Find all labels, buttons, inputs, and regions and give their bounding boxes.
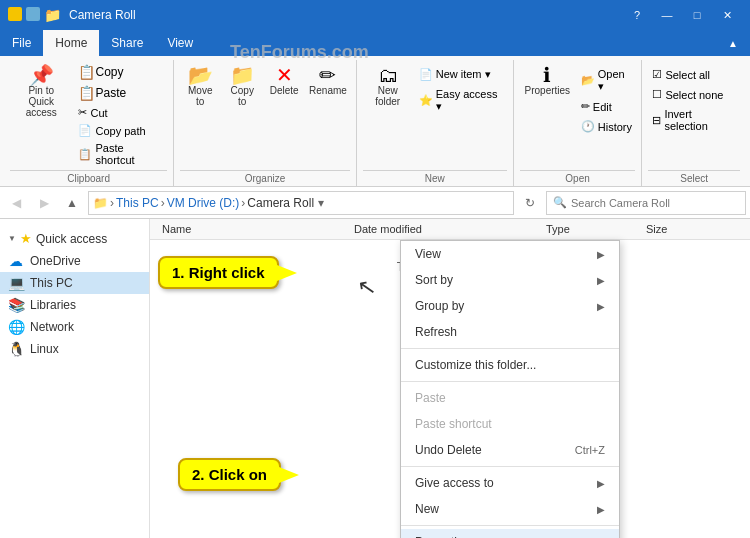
copy-to-button[interactable]: 📁 Copyto [222, 62, 262, 110]
tab-view[interactable]: View [155, 30, 205, 56]
paste-icon: 📋 [78, 85, 95, 101]
linux-label: Linux [30, 342, 59, 356]
collapse-ribbon-button[interactable]: ▲ [716, 30, 750, 56]
properties-icon: ℹ [543, 65, 551, 85]
cut-button[interactable]: ✂ Cut [74, 104, 167, 121]
col-header-date[interactable]: Date modified [350, 221, 542, 237]
select-all-icon: ☑ [652, 68, 662, 81]
clipboard-label: Clipboard [10, 170, 167, 184]
tab-share[interactable]: Share [99, 30, 155, 56]
open-group: ℹ Properties 📂 Open ▾ ✏ Edit 🕐 History [514, 60, 643, 186]
sidebar-item-this-pc[interactable]: 💻 This PC [0, 272, 149, 294]
quick-access-icon: ★ [20, 231, 32, 246]
linux-icon: 🐧 [8, 341, 24, 357]
open-dropdown-button[interactable]: 📂 Open ▾ [577, 66, 636, 95]
minimize-button[interactable]: — [652, 0, 682, 30]
undo-icon [26, 7, 40, 21]
title-controls: ? — □ ✕ [622, 0, 742, 30]
sidebar-item-onedrive[interactable]: ☁ OneDrive [0, 250, 149, 272]
column-headers: Name Date modified Type Size [150, 219, 750, 240]
forward-button[interactable]: ▶ [32, 191, 56, 215]
breadcrumb-vm-drive[interactable]: VM Drive (D:) [167, 196, 240, 210]
easy-access-button[interactable]: ⭐ Easy access ▾ [415, 86, 507, 115]
copy-button[interactable]: 📋 Copy [74, 62, 167, 82]
new-label: New [363, 170, 507, 184]
folder-icon: 📁 [44, 7, 61, 23]
new-folder-button[interactable]: 🗂 Newfolder [363, 62, 413, 110]
breadcrumb[interactable]: 📁 › This PC › VM Drive (D:) › Camera Rol… [88, 191, 514, 215]
rename-icon: ✏ [319, 65, 336, 85]
edit-icon: ✏ [581, 100, 590, 113]
network-icon: 🌐 [8, 319, 24, 335]
quick-access-label: Quick access [36, 232, 107, 246]
move-icon: 📂 [188, 65, 213, 85]
organize-label: Organize [180, 170, 349, 184]
clipboard-buttons: 📌 Pin to Quickaccess 📋 Copy 📋 Paste ✂ [10, 62, 167, 168]
refresh-button[interactable]: ↻ [518, 191, 542, 215]
col-header-type[interactable]: Type [542, 221, 642, 237]
clipboard-small-buttons: ✂ Cut 📄 Copy path 📋 Paste shortcut [74, 104, 167, 168]
maximize-button[interactable]: □ [682, 0, 712, 30]
breadcrumb-dropdown[interactable]: ▾ [318, 196, 324, 210]
empty-folder-message: This folder is empty. [150, 240, 750, 538]
select-none-icon: ☐ [652, 88, 662, 101]
new-group: 🗂 Newfolder 📄 New item ▾ ⭐ Easy access ▾… [357, 60, 514, 186]
ribbon-tabs: File Home Share View ▲ [0, 30, 750, 56]
copy-to-icon: 📁 [230, 65, 255, 85]
back-button[interactable]: ◀ [4, 191, 28, 215]
title-bar-icons: 📁 [8, 7, 61, 23]
sidebar-item-network[interactable]: 🌐 Network [0, 316, 149, 338]
copy-icon: 📋 [78, 64, 95, 80]
open-buttons: ℹ Properties 📂 Open ▾ ✏ Edit 🕐 History [520, 62, 636, 168]
rename-button[interactable]: ✏ Rename [306, 62, 349, 99]
up-button[interactable]: ▲ [60, 191, 84, 215]
help-button[interactable]: ? [622, 0, 652, 30]
pin-to-quick-access-button[interactable]: 📌 Pin to Quickaccess [10, 62, 72, 121]
select-all-button[interactable]: ☑ Select all [648, 66, 740, 83]
properties-button[interactable]: ℹ Properties [520, 62, 575, 99]
quick-access-chevron: ▼ [8, 234, 16, 243]
quick-access-pin-icon [8, 7, 22, 21]
search-box[interactable]: 🔍 [546, 191, 746, 215]
tab-file[interactable]: File [0, 30, 43, 56]
paste-shortcut-button[interactable]: 📋 Paste shortcut [74, 140, 167, 168]
new-buttons: 🗂 Newfolder 📄 New item ▾ ⭐ Easy access ▾ [363, 62, 507, 168]
select-group: ☑ Select all ☐ Select none ⊟ Invert sele… [642, 60, 746, 186]
open-label: Open [520, 170, 636, 184]
history-button[interactable]: 🕐 History [577, 118, 636, 135]
window-title: Camera Roll [69, 8, 622, 22]
sidebar-item-libraries[interactable]: 📚 Libraries [0, 294, 149, 316]
select-none-button[interactable]: ☐ Select none [648, 86, 740, 103]
libraries-label: Libraries [30, 298, 76, 312]
new-folder-icon: 🗂 [378, 65, 398, 85]
edit-button[interactable]: ✏ Edit [577, 98, 636, 115]
col-header-name[interactable]: Name [158, 221, 350, 237]
paste-shortcut-icon: 📋 [78, 148, 92, 161]
close-button[interactable]: ✕ [712, 0, 742, 30]
new-item-button[interactable]: 📄 New item ▾ [415, 66, 507, 83]
main-area: ▼ ★ Quick access ☁ OneDrive 💻 This PC 📚 … [0, 219, 750, 538]
libraries-icon: 📚 [8, 297, 24, 313]
delete-button[interactable]: ✕ Delete [264, 62, 304, 99]
address-bar: ◀ ▶ ▲ 📁 › This PC › VM Drive (D:) › Came… [0, 187, 750, 219]
paste-button[interactable]: 📋 Paste [74, 83, 167, 103]
invert-selection-button[interactable]: ⊟ Invert selection [648, 106, 740, 134]
tab-home[interactable]: Home [43, 30, 99, 56]
network-label: Network [30, 320, 74, 334]
copy-path-button[interactable]: 📄 Copy path [74, 122, 167, 139]
breadcrumb-this-pc[interactable]: This PC [116, 196, 159, 210]
breadcrumb-item-this-pc[interactable]: 📁 [93, 196, 108, 210]
sidebar-section-quick-access[interactable]: ▼ ★ Quick access [0, 227, 149, 250]
move-to-button[interactable]: 📂 Moveto [180, 62, 220, 110]
col-header-size[interactable]: Size [642, 221, 742, 237]
breadcrumb-sep3: › [241, 196, 245, 210]
search-input[interactable] [571, 197, 739, 209]
onedrive-icon: ☁ [8, 253, 24, 269]
history-icon: 🕐 [581, 120, 595, 133]
open-icon: 📂 [581, 74, 595, 87]
pin-icon: 📌 [29, 65, 54, 85]
breadcrumb-camera-roll[interactable]: Camera Roll [247, 196, 314, 210]
this-pc-icon: 💻 [8, 275, 24, 291]
sidebar-item-linux[interactable]: 🐧 Linux [0, 338, 149, 360]
ribbon-content: 📌 Pin to Quickaccess 📋 Copy 📋 Paste ✂ [0, 56, 750, 186]
